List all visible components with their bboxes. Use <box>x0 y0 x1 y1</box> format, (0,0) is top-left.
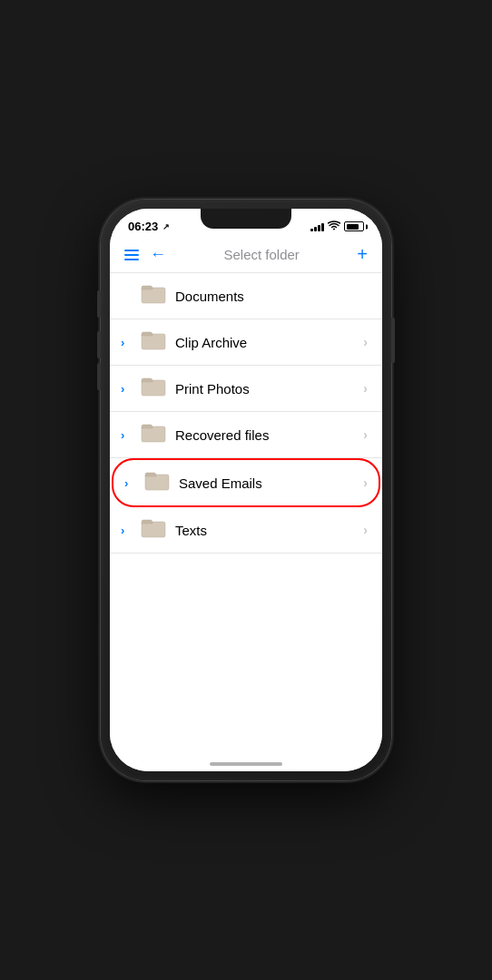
home-bar <box>210 762 282 766</box>
folder-name-texts: Texts <box>175 523 363 538</box>
folder-name-saved-emails: Saved Emails <box>179 475 363 491</box>
svg-rect-0 <box>142 288 165 303</box>
expand-icon-saved-emails: › <box>124 476 137 490</box>
nav-left-controls: ← <box>124 245 166 264</box>
folder-icon-saved-emails <box>144 470 170 495</box>
folder-item-texts[interactable]: › Texts › <box>110 507 382 554</box>
nav-chevron-recovered-files: › <box>363 427 368 442</box>
expand-icon-recovered-files: › <box>121 428 133 442</box>
phone-frame: 06:23 ↗ <box>101 200 391 780</box>
folder-item-recovered-files[interactable]: › Recovered files › <box>110 412 382 458</box>
location-icon: ↗ <box>162 222 170 231</box>
time-display: 06:23 <box>128 220 158 233</box>
battery-icon <box>344 221 364 231</box>
notch <box>201 209 291 229</box>
nav-chevron-texts: › <box>363 523 368 537</box>
folder-icon-texts <box>141 517 166 543</box>
nav-title: Select folder <box>223 247 299 262</box>
svg-rect-5 <box>142 522 165 537</box>
menu-button[interactable] <box>124 250 139 260</box>
expand-icon-clip-archive: › <box>121 336 133 349</box>
svg-rect-1 <box>142 334 165 349</box>
folder-icon-print-photos <box>141 376 166 401</box>
nav-bar: ← Select folder + <box>110 237 382 273</box>
home-indicator <box>110 750 382 771</box>
folder-name-print-photos: Print Photos <box>175 381 363 397</box>
status-time: 06:23 ↗ <box>128 220 170 233</box>
add-button[interactable]: + <box>357 244 368 265</box>
expand-icon-print-photos: › <box>121 382 133 396</box>
expand-icon-texts: › <box>121 524 133 537</box>
folder-name-recovered-files: Recovered files <box>175 427 363 443</box>
folder-icon-recovered-files <box>141 422 166 447</box>
nav-chevron-clip-archive: › <box>363 335 368 349</box>
svg-rect-4 <box>145 475 169 490</box>
nav-chevron-print-photos: › <box>363 381 368 396</box>
folder-item-documents[interactable]: › Documents <box>110 273 382 319</box>
wifi-icon <box>328 220 340 232</box>
folder-icon-documents <box>141 283 166 309</box>
signal-icon <box>310 221 324 231</box>
svg-rect-2 <box>142 380 165 396</box>
back-button[interactable]: ← <box>150 245 166 264</box>
nav-title-wrap: Select folder <box>166 247 357 263</box>
folder-item-clip-archive[interactable]: › Clip Archive › <box>110 319 382 366</box>
folder-name-documents: Documents <box>175 289 368 304</box>
status-icons <box>310 220 364 232</box>
folder-item-print-photos[interactable]: › Print Photos › <box>110 366 382 412</box>
phone-screen: 06:23 ↗ <box>110 209 382 771</box>
folder-name-clip-archive: Clip Archive <box>175 335 363 350</box>
folder-item-saved-emails[interactable]: › Saved Emails › <box>113 460 379 505</box>
svg-rect-3 <box>142 426 165 442</box>
folder-icon-clip-archive <box>141 329 166 355</box>
folder-list: › Documents › Clip Arc <box>110 273 382 750</box>
nav-chevron-saved-emails: › <box>363 475 368 490</box>
